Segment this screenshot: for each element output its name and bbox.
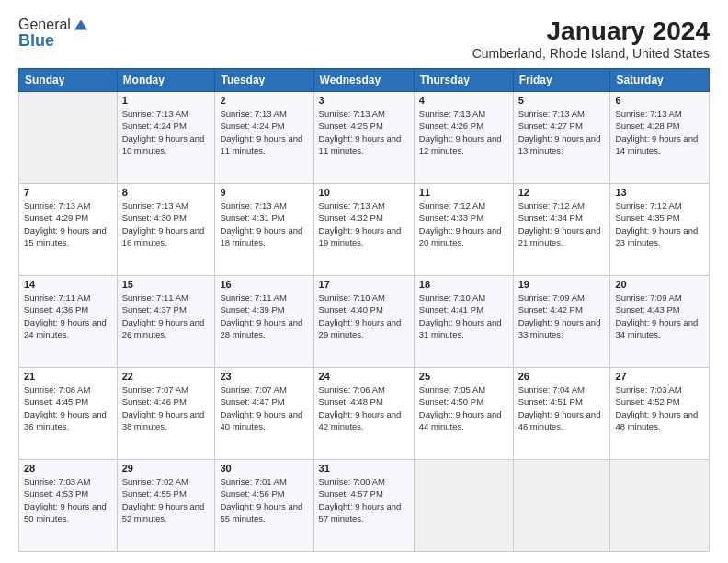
day-info: Sunrise: 7:13 AMSunset: 4:28 PMDaylight:… bbox=[615, 108, 704, 156]
page-subtitle: Cumberland, Rhode Island, United States bbox=[472, 46, 710, 61]
col-monday: Monday bbox=[117, 69, 215, 92]
day-number: 27 bbox=[615, 371, 704, 382]
day-number: 5 bbox=[518, 95, 606, 106]
day-number: 12 bbox=[518, 187, 606, 198]
calendar-cell: 21 Sunrise: 7:08 AMSunset: 4:45 PMDaylig… bbox=[19, 368, 118, 460]
calendar-cell bbox=[513, 460, 610, 552]
calendar-cell: 22 Sunrise: 7:07 AMSunset: 4:46 PMDaylig… bbox=[117, 368, 215, 460]
svg-marker-0 bbox=[74, 20, 87, 30]
day-info: Sunrise: 7:13 AMSunset: 4:26 PMDaylight:… bbox=[419, 108, 508, 156]
day-number: 23 bbox=[220, 371, 308, 382]
col-tuesday: Tuesday bbox=[215, 69, 313, 92]
calendar-cell: 7 Sunrise: 7:13 AMSunset: 4:29 PMDayligh… bbox=[19, 184, 118, 276]
day-info: Sunrise: 7:07 AMSunset: 4:46 PMDaylight:… bbox=[122, 384, 210, 432]
calendar-week-5: 28 Sunrise: 7:03 AMSunset: 4:53 PMDaylig… bbox=[19, 460, 710, 552]
calendar-cell: 12 Sunrise: 7:12 AMSunset: 4:34 PMDaylig… bbox=[513, 184, 610, 276]
day-info: Sunrise: 7:12 AMSunset: 4:34 PMDaylight:… bbox=[518, 200, 606, 248]
day-info: Sunrise: 7:07 AMSunset: 4:47 PMDaylight:… bbox=[220, 384, 308, 432]
day-number: 18 bbox=[419, 279, 508, 290]
calendar-cell: 8 Sunrise: 7:13 AMSunset: 4:30 PMDayligh… bbox=[117, 184, 215, 276]
day-number: 7 bbox=[24, 187, 112, 198]
day-number: 11 bbox=[419, 187, 508, 198]
calendar-cell: 18 Sunrise: 7:10 AMSunset: 4:41 PMDaylig… bbox=[414, 276, 513, 368]
day-number: 25 bbox=[419, 371, 508, 382]
title-block: January 2024 Cumberland, Rhode Island, U… bbox=[472, 17, 710, 61]
calendar-cell bbox=[610, 460, 710, 552]
day-info: Sunrise: 7:13 AMSunset: 4:27 PMDaylight:… bbox=[518, 108, 606, 156]
day-info: Sunrise: 7:04 AMSunset: 4:51 PMDaylight:… bbox=[518, 384, 606, 432]
day-info: Sunrise: 7:05 AMSunset: 4:50 PMDaylight:… bbox=[419, 384, 508, 432]
calendar-cell: 3 Sunrise: 7:13 AMSunset: 4:25 PMDayligh… bbox=[313, 92, 414, 184]
calendar-cell: 28 Sunrise: 7:03 AMSunset: 4:53 PMDaylig… bbox=[19, 460, 118, 552]
col-thursday: Thursday bbox=[414, 69, 513, 92]
day-number: 15 bbox=[122, 279, 210, 290]
day-info: Sunrise: 7:06 AMSunset: 4:48 PMDaylight:… bbox=[319, 384, 409, 432]
day-info: Sunrise: 7:13 AMSunset: 4:25 PMDaylight:… bbox=[319, 108, 409, 156]
day-info: Sunrise: 7:10 AMSunset: 4:41 PMDaylight:… bbox=[419, 292, 508, 340]
day-number: 3 bbox=[319, 95, 409, 106]
day-info: Sunrise: 7:08 AMSunset: 4:45 PMDaylight:… bbox=[24, 384, 112, 432]
day-info: Sunrise: 7:11 AMSunset: 4:37 PMDaylight:… bbox=[122, 292, 210, 340]
calendar-cell: 10 Sunrise: 7:13 AMSunset: 4:32 PMDaylig… bbox=[313, 184, 414, 276]
calendar-cell: 24 Sunrise: 7:06 AMSunset: 4:48 PMDaylig… bbox=[313, 368, 414, 460]
day-number: 16 bbox=[220, 279, 308, 290]
page-title: January 2024 bbox=[472, 17, 710, 46]
calendar-cell: 15 Sunrise: 7:11 AMSunset: 4:37 PMDaylig… bbox=[117, 276, 215, 368]
day-info: Sunrise: 7:11 AMSunset: 4:36 PMDaylight:… bbox=[24, 292, 112, 340]
day-number: 1 bbox=[122, 95, 210, 106]
calendar-cell: 27 Sunrise: 7:03 AMSunset: 4:52 PMDaylig… bbox=[610, 368, 710, 460]
calendar-cell: 30 Sunrise: 7:01 AMSunset: 4:56 PMDaylig… bbox=[215, 460, 313, 552]
day-info: Sunrise: 7:00 AMSunset: 4:57 PMDaylight:… bbox=[319, 476, 409, 524]
calendar-table: Sunday Monday Tuesday Wednesday Thursday… bbox=[18, 68, 710, 552]
day-number: 26 bbox=[518, 371, 606, 382]
page: General Blue January 2024 Cumberland, Rh… bbox=[0, 0, 728, 563]
header: General Blue January 2024 Cumberland, Rh… bbox=[18, 17, 710, 61]
col-saturday: Saturday bbox=[610, 69, 710, 92]
day-number: 8 bbox=[122, 187, 210, 198]
day-info: Sunrise: 7:12 AMSunset: 4:35 PMDaylight:… bbox=[615, 200, 704, 248]
calendar-cell: 14 Sunrise: 7:11 AMSunset: 4:36 PMDaylig… bbox=[19, 276, 118, 368]
calendar-cell bbox=[19, 92, 118, 184]
calendar-cell: 25 Sunrise: 7:05 AMSunset: 4:50 PMDaylig… bbox=[414, 368, 513, 460]
calendar-cell: 5 Sunrise: 7:13 AMSunset: 4:27 PMDayligh… bbox=[513, 92, 610, 184]
calendar-cell: 19 Sunrise: 7:09 AMSunset: 4:42 PMDaylig… bbox=[513, 276, 610, 368]
day-info: Sunrise: 7:13 AMSunset: 4:32 PMDaylight:… bbox=[319, 200, 409, 248]
calendar-cell: 6 Sunrise: 7:13 AMSunset: 4:28 PMDayligh… bbox=[610, 92, 710, 184]
col-wednesday: Wednesday bbox=[313, 69, 414, 92]
day-number: 13 bbox=[615, 187, 704, 198]
calendar-week-4: 21 Sunrise: 7:08 AMSunset: 4:45 PMDaylig… bbox=[19, 368, 710, 460]
day-info: Sunrise: 7:02 AMSunset: 4:55 PMDaylight:… bbox=[122, 476, 210, 524]
logo-blue-text: Blue bbox=[18, 31, 89, 51]
day-number: 30 bbox=[220, 463, 308, 474]
calendar-week-1: 1 Sunrise: 7:13 AMSunset: 4:24 PMDayligh… bbox=[19, 92, 710, 184]
day-info: Sunrise: 7:13 AMSunset: 4:24 PMDaylight:… bbox=[122, 108, 210, 156]
day-number: 9 bbox=[220, 187, 308, 198]
day-number: 22 bbox=[122, 371, 210, 382]
day-info: Sunrise: 7:13 AMSunset: 4:29 PMDaylight:… bbox=[24, 200, 112, 248]
calendar-cell: 1 Sunrise: 7:13 AMSunset: 4:24 PMDayligh… bbox=[117, 92, 215, 184]
day-number: 10 bbox=[319, 187, 409, 198]
day-info: Sunrise: 7:09 AMSunset: 4:42 PMDaylight:… bbox=[518, 292, 606, 340]
day-number: 21 bbox=[24, 371, 112, 382]
day-number: 19 bbox=[518, 279, 606, 290]
calendar-cell: 31 Sunrise: 7:00 AMSunset: 4:57 PMDaylig… bbox=[313, 460, 414, 552]
day-number: 24 bbox=[319, 371, 409, 382]
calendar-week-2: 7 Sunrise: 7:13 AMSunset: 4:29 PMDayligh… bbox=[19, 184, 710, 276]
logo: General Blue bbox=[18, 17, 89, 51]
day-number: 4 bbox=[419, 95, 508, 106]
day-number: 20 bbox=[615, 279, 704, 290]
day-info: Sunrise: 7:12 AMSunset: 4:33 PMDaylight:… bbox=[419, 200, 508, 248]
calendar-cell bbox=[414, 460, 513, 552]
day-info: Sunrise: 7:03 AMSunset: 4:53 PMDaylight:… bbox=[24, 476, 112, 524]
calendar-header-row: Sunday Monday Tuesday Wednesday Thursday… bbox=[19, 69, 710, 92]
day-info: Sunrise: 7:11 AMSunset: 4:39 PMDaylight:… bbox=[220, 292, 308, 340]
day-number: 6 bbox=[615, 95, 704, 106]
calendar-week-3: 14 Sunrise: 7:11 AMSunset: 4:36 PMDaylig… bbox=[19, 276, 710, 368]
calendar-cell: 4 Sunrise: 7:13 AMSunset: 4:26 PMDayligh… bbox=[414, 92, 513, 184]
day-info: Sunrise: 7:13 AMSunset: 4:30 PMDaylight:… bbox=[122, 200, 210, 248]
calendar-cell: 17 Sunrise: 7:10 AMSunset: 4:40 PMDaylig… bbox=[313, 276, 414, 368]
day-info: Sunrise: 7:10 AMSunset: 4:40 PMDaylight:… bbox=[319, 292, 409, 340]
col-sunday: Sunday bbox=[19, 69, 118, 92]
day-number: 17 bbox=[319, 279, 409, 290]
day-number: 2 bbox=[220, 95, 308, 106]
